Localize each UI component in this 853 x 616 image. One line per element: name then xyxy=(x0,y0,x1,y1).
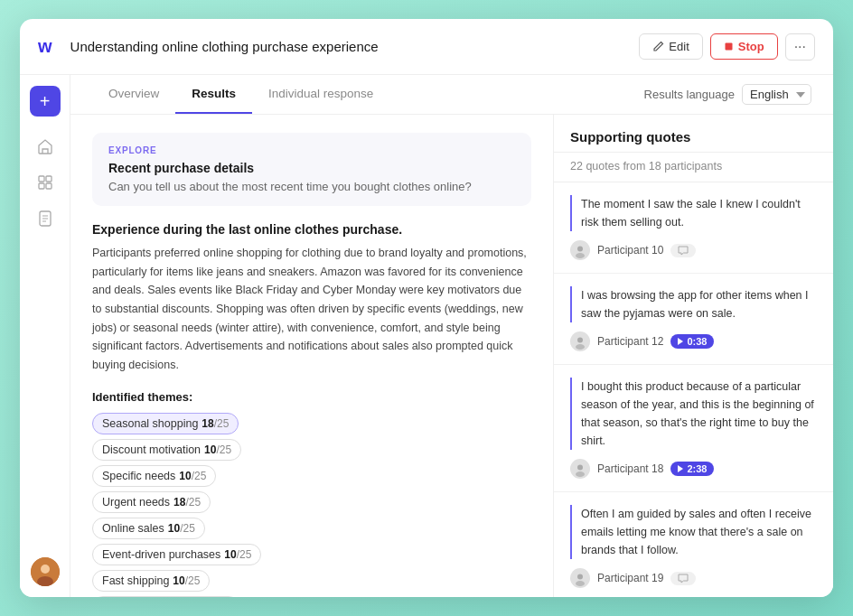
theme-name: Specific needs xyxy=(102,470,175,482)
home-icon xyxy=(37,138,53,154)
section-heading: Experience during the last online clothe… xyxy=(92,222,531,237)
edit-icon xyxy=(652,41,664,52)
avatar[interactable] xyxy=(31,557,60,586)
quotes-container: The moment I saw the sale I knew I could… xyxy=(554,182,833,597)
svg-point-23 xyxy=(576,581,585,586)
theme-tag[interactable]: Fast shipping 10/25 xyxy=(92,570,210,592)
svg-rect-2 xyxy=(46,176,52,182)
left-pane: EXPLORE Recent purchase details Can you … xyxy=(70,115,553,597)
svg-point-13 xyxy=(577,247,583,252)
theme-tag[interactable]: Urgent needs 18/25 xyxy=(92,491,211,513)
theme-count: 10/25 xyxy=(224,548,251,561)
main-layout: + xyxy=(20,75,833,597)
tab-individual-response[interactable]: Individual response xyxy=(252,75,389,114)
participant-name: Participant 12 xyxy=(597,335,663,348)
language-select[interactable]: English French Spanish xyxy=(742,84,811,105)
theme-count: 10/25 xyxy=(204,443,231,456)
svg-point-19 xyxy=(577,465,583,471)
play-icon xyxy=(678,338,683,345)
stop-button[interactable]: Stop xyxy=(710,33,778,60)
language-selector-area: Results language English French Spanish xyxy=(644,84,811,105)
sidebar-item-doc[interactable] xyxy=(30,203,61,234)
chat-badge xyxy=(670,572,696,585)
participant-icon xyxy=(570,568,590,588)
stop-icon xyxy=(724,42,734,51)
theme-name: Urgent needs xyxy=(102,496,170,509)
svg-rect-0 xyxy=(725,43,732,51)
explore-question-title: Recent purchase details xyxy=(108,161,515,175)
theme-name: Fast shipping xyxy=(102,574,169,587)
logo: w xyxy=(38,36,52,57)
theme-tag[interactable]: Amazon purchases 10/25 xyxy=(92,596,239,597)
quote-text: The moment I saw the sale I knew I could… xyxy=(570,195,817,231)
svg-point-10 xyxy=(41,565,50,574)
audio-badge[interactable]: 2:38 xyxy=(670,462,714,476)
quote-meta: Participant 12 0:38 xyxy=(570,331,817,351)
right-pane: Supporting quotes 22 quotes from 18 part… xyxy=(553,115,833,597)
tab-results[interactable]: Results xyxy=(175,75,252,114)
chat-icon xyxy=(678,574,689,583)
theme-tag[interactable]: Online sales 10/25 xyxy=(92,518,205,539)
theme-count: 18/25 xyxy=(202,417,229,430)
participant-icon xyxy=(570,331,590,351)
quote-item: I bought this product because of a parti… xyxy=(554,365,833,492)
theme-name: Seasonal shopping xyxy=(102,417,198,430)
more-button[interactable]: ··· xyxy=(785,33,815,61)
quote-text: Often I am guided by sales and often I r… xyxy=(570,505,817,559)
explore-question-text: Can you tell us about the most recent ti… xyxy=(108,180,515,193)
quote-text: I was browsing the app for other items w… xyxy=(570,286,817,322)
page-title: Understanding online clothing purchase e… xyxy=(70,39,629,54)
quote-item: The moment I saw the sale I knew I could… xyxy=(554,182,833,274)
quote-text: I bought this product because of a parti… xyxy=(570,378,817,450)
theme-tag[interactable]: Discount motivation 10/25 xyxy=(92,439,241,461)
svg-point-14 xyxy=(576,253,585,258)
quote-meta: Participant 18 2:38 xyxy=(570,459,817,479)
theme-count: 18/25 xyxy=(173,496,201,509)
theme-count: 10/25 xyxy=(173,574,200,587)
topbar-actions: Edit Stop ··· xyxy=(639,33,815,61)
quote-meta: Participant 19 xyxy=(570,568,817,588)
quote-item: Often I am guided by sales and often I r… xyxy=(554,492,833,597)
participant-name: Participant 19 xyxy=(597,572,663,584)
quote-meta: Participant 10 xyxy=(570,240,817,260)
content-area: Overview Results Individual response Res… xyxy=(70,75,833,597)
section-body: Participants preferred online shopping f… xyxy=(92,244,531,374)
audio-badge[interactable]: 0:38 xyxy=(670,334,714,349)
quotes-header: Supporting quotes xyxy=(554,115,833,153)
add-button[interactable]: + xyxy=(30,86,61,117)
audio-time: 0:38 xyxy=(687,336,707,347)
svg-point-22 xyxy=(577,574,583,580)
theme-name: Online sales xyxy=(102,522,164,535)
theme-name: Event-driven purchases xyxy=(102,548,220,561)
svg-point-17 xyxy=(576,344,585,350)
doc-icon xyxy=(37,210,53,227)
sidebar-item-home[interactable] xyxy=(30,131,61,162)
svg-point-20 xyxy=(576,471,585,477)
explore-label: EXPLORE xyxy=(108,145,515,155)
theme-count: 10/25 xyxy=(168,522,195,535)
edit-button[interactable]: Edit xyxy=(639,33,702,60)
tabs-left: Overview Results Individual response xyxy=(92,75,389,114)
grid-icon xyxy=(37,174,53,191)
theme-name: Discount motivation xyxy=(102,443,201,456)
play-icon xyxy=(678,465,683,472)
two-pane: EXPLORE Recent purchase details Can you … xyxy=(70,115,833,597)
tab-overview[interactable]: Overview xyxy=(92,75,175,114)
themes-list: Seasonal shopping 18/25Discount motivati… xyxy=(92,413,531,597)
sidebar: + xyxy=(20,75,70,597)
chat-badge xyxy=(670,244,696,257)
participant-name: Participant 10 xyxy=(597,244,663,257)
svg-rect-1 xyxy=(39,176,44,182)
results-language-label: Results language xyxy=(644,88,735,101)
topbar: w Understanding online clothing purchase… xyxy=(20,19,833,75)
sidebar-item-grid[interactable] xyxy=(30,167,61,198)
theme-tag[interactable]: Event-driven purchases 10/25 xyxy=(92,544,261,565)
themes-label: Identified themes: xyxy=(92,390,531,404)
explore-card: EXPLORE Recent purchase details Can you … xyxy=(92,133,531,206)
theme-tag[interactable]: Seasonal shopping 18/25 xyxy=(92,413,239,434)
participant-icon xyxy=(570,459,590,479)
participant-name: Participant 18 xyxy=(597,462,663,475)
theme-tag[interactable]: Specific needs 10/25 xyxy=(92,465,216,487)
svg-point-16 xyxy=(577,338,583,343)
quote-item: I was browsing the app for other items w… xyxy=(554,274,833,365)
